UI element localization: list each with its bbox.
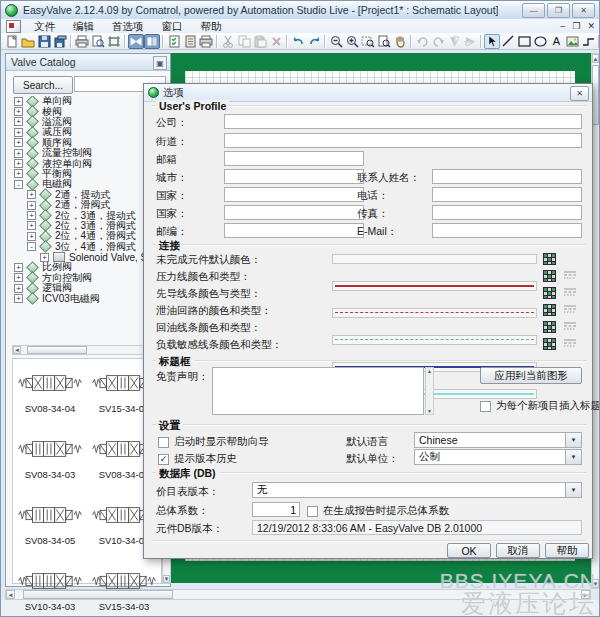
report-page-icon[interactable] (182, 34, 198, 49)
scroll-left-icon[interactable]: ◄ (13, 346, 21, 354)
undo-icon[interactable] (290, 34, 306, 49)
valve-thumbnail[interactable]: SV08-34-05 (13, 497, 87, 561)
menu-file[interactable]: 文件 (25, 19, 64, 33)
checkbox-checked-icon[interactable]: ✓ (158, 454, 169, 465)
expand-icon[interactable]: + (27, 201, 36, 210)
color-picker-icon[interactable] (542, 269, 557, 282)
scroll-up-icon[interactable]: ▲ (592, 54, 599, 63)
textarea-scrollbar[interactable]: ▲▼ (425, 367, 434, 415)
scroll-down-icon[interactable]: ▼ (592, 579, 599, 588)
company-input[interactable] (224, 114, 582, 129)
line-type-icon[interactable] (562, 303, 577, 316)
pricelist-dropdown[interactable]: 无 ▼ (252, 482, 582, 498)
color-picker-icon[interactable] (542, 286, 557, 299)
checkbox-unchecked-icon[interactable] (158, 437, 169, 448)
bom-checklist-icon[interactable] (166, 34, 182, 49)
state-input[interactable] (224, 187, 364, 202)
line-type-icon[interactable] (562, 286, 577, 299)
flip-horizontal-icon[interactable] (462, 34, 478, 49)
redo-icon[interactable] (306, 34, 322, 49)
contact-input[interactable] (432, 169, 582, 184)
expand-icon[interactable]: + (27, 211, 36, 220)
valve-catalog-toggle-icon[interactable] (128, 34, 144, 49)
new-file-icon[interactable] (4, 34, 20, 49)
factor-input[interactable] (252, 502, 300, 517)
expand-icon[interactable]: + (14, 169, 23, 178)
scroll-up-icon[interactable]: ▲ (427, 368, 432, 374)
zoom-page-icon[interactable] (376, 34, 392, 49)
save-all-icon[interactable] (52, 34, 68, 49)
menu-help[interactable]: 帮助 (192, 19, 231, 33)
valve-thumbnail[interactable]: SV10-34-03 (13, 563, 87, 617)
minimize-button[interactable]: — (522, 3, 545, 18)
color-picker-icon[interactable] (542, 303, 557, 316)
phone-input[interactable] (432, 187, 582, 202)
search-button[interactable]: Search... (13, 76, 73, 94)
insert-titleblock-checkbox-row[interactable]: 为每个新项目插入标题栏 (480, 399, 600, 413)
library-toggle-icon[interactable] (144, 34, 160, 49)
paste-icon[interactable] (252, 34, 268, 49)
rotate-left-icon[interactable] (414, 34, 430, 49)
expand-icon[interactable]: + (14, 263, 23, 272)
scroll-right-icon[interactable]: ► (581, 590, 590, 599)
print-report-icon[interactable] (198, 34, 214, 49)
mdi-restore-button[interactable]: ❐ (572, 21, 580, 31)
expand-icon[interactable]: + (27, 190, 36, 199)
insert-text-icon[interactable]: A (548, 34, 564, 49)
zoom-window-icon[interactable] (360, 34, 376, 49)
zoom-in-icon[interactable] (344, 34, 360, 49)
save-icon[interactable] (36, 34, 52, 49)
line-type-icon[interactable] (562, 337, 577, 350)
expand-icon[interactable]: + (14, 273, 23, 282)
open-folder-icon[interactable] (20, 34, 36, 49)
expand-icon[interactable]: + (27, 232, 36, 241)
print-preview-icon[interactable] (90, 34, 106, 49)
restore-button[interactable]: ❐ (547, 3, 570, 18)
draw-rectangle-icon[interactable] (516, 34, 532, 49)
checkbox-unchecked-icon[interactable] (307, 506, 318, 517)
scroll-down-icon[interactable]: ▼ (163, 575, 170, 583)
color-picker-icon[interactable] (542, 337, 557, 350)
expand-icon[interactable]: + (14, 97, 23, 106)
cut-icon[interactable] (220, 34, 236, 49)
insert-image-icon[interactable] (564, 34, 580, 49)
document-icon[interactable] (6, 20, 21, 33)
flip-vertical-icon[interactable] (446, 34, 462, 49)
factor-checkbox-row[interactable]: 在生成报告时提示总体系数 (307, 504, 449, 518)
vscroll-thumb[interactable] (592, 65, 599, 125)
draw-polyline-icon[interactable] (580, 34, 596, 49)
valve-thumbnail[interactable]: SV15-34-03 (87, 563, 161, 617)
collapse-icon[interactable]: - (27, 242, 36, 251)
valve-thumbnail[interactable]: SV08-34-03 (13, 431, 87, 495)
expand-icon[interactable]: + (14, 294, 23, 303)
apply-to-current-button[interactable]: 应用到当前图形 (480, 367, 582, 384)
valve-thumbnail[interactable]: SV08-34-04 (13, 365, 87, 429)
ok-button[interactable]: OK (447, 543, 491, 558)
scroll-down-icon[interactable]: ▼ (427, 408, 432, 414)
email-input[interactable] (432, 223, 582, 238)
delete-icon[interactable] (268, 34, 284, 49)
menu-preferences[interactable]: 首选项 (103, 19, 153, 33)
color-picker-icon[interactable] (542, 252, 557, 265)
chevron-down-icon[interactable]: ▼ (565, 433, 581, 447)
mdi-minimize-button[interactable]: – (560, 21, 565, 31)
expand-icon[interactable]: + (14, 117, 23, 126)
country-input[interactable] (224, 205, 364, 220)
default-unit-dropdown[interactable]: 公制 ▼ (414, 449, 582, 465)
copy-icon[interactable] (236, 34, 252, 49)
print-icon[interactable] (74, 34, 90, 49)
zip-input[interactable] (224, 223, 364, 238)
hscroll-thumb[interactable] (27, 346, 87, 354)
collapse-icon[interactable]: - (14, 180, 23, 189)
wizard-checkbox-row[interactable]: 启动时显示帮助向导 (158, 435, 269, 449)
menu-window[interactable]: 窗口 (153, 19, 192, 33)
line-type-icon[interactable] (562, 269, 577, 282)
expand-icon[interactable]: + (27, 221, 36, 230)
chevron-down-icon[interactable]: ▼ (565, 450, 581, 464)
street-input[interactable] (224, 133, 582, 148)
default-language-dropdown[interactable]: Chinese ▼ (414, 432, 582, 448)
draw-ellipse-icon[interactable] (532, 34, 548, 49)
page-setup-icon[interactable] (106, 34, 122, 49)
city-input[interactable] (224, 169, 364, 184)
color-picker-icon[interactable] (542, 320, 557, 333)
